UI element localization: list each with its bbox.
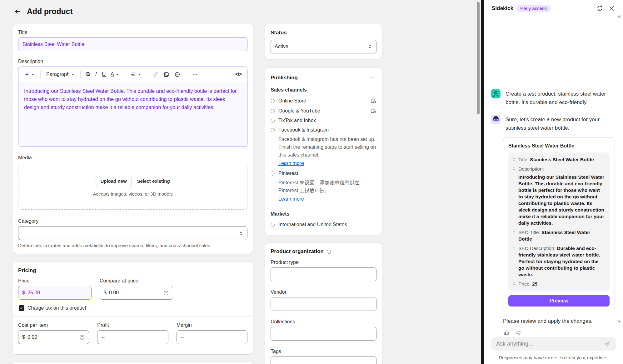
item-label: SEO Description: bbox=[518, 246, 556, 251]
market-name: International and United States bbox=[278, 222, 376, 227]
vendor-input[interactable] bbox=[271, 297, 376, 311]
chevron-down-icon bbox=[137, 72, 141, 76]
vendor-group: Vendor bbox=[271, 289, 376, 311]
panel-resize-divider[interactable] bbox=[481, 0, 484, 364]
panel-scroll-down-arrow[interactable] bbox=[617, 321, 621, 323]
cost-field-group: Cost per item $ 0.00 bbox=[18, 322, 89, 344]
learn-more-link[interactable]: Learn more bbox=[278, 196, 304, 202]
product-type-group: Product type bbox=[271, 260, 376, 281]
thumbs-down-button[interactable] bbox=[515, 329, 523, 337]
compare-at-input[interactable]: $ 0.00 bbox=[100, 286, 173, 300]
send-icon bbox=[604, 341, 611, 347]
left-column: Title Description bbox=[12, 24, 253, 364]
chat-messages: Create a test product: stainless steel w… bbox=[489, 89, 616, 132]
profit-value: -- bbox=[101, 334, 105, 340]
magic-write-button[interactable] bbox=[22, 70, 37, 79]
help-question-icon[interactable] bbox=[163, 290, 169, 296]
underline-button[interactable]: U bbox=[100, 69, 107, 79]
vendor-label: Vendor bbox=[271, 289, 376, 295]
help-question-icon[interactable] bbox=[79, 334, 85, 340]
link-button[interactable] bbox=[151, 70, 160, 79]
profit-input[interactable]: -- bbox=[97, 330, 168, 344]
show-html-button[interactable]: </> bbox=[233, 70, 243, 79]
category-select[interactable] bbox=[18, 226, 247, 240]
alignment-button[interactable] bbox=[129, 70, 143, 79]
description-label: Description bbox=[18, 59, 247, 64]
compare-at-label: Compare-at price bbox=[100, 278, 173, 284]
product-organization-card: Product organization Product type Vendor… bbox=[265, 243, 382, 364]
currency-prefix: $ bbox=[22, 290, 25, 296]
bullet-circle-icon bbox=[513, 231, 515, 233]
schedule-calendar-icon[interactable] bbox=[370, 108, 376, 114]
info-icon[interactable] bbox=[326, 249, 331, 254]
charge-tax-checkbox[interactable]: ✓ bbox=[19, 305, 24, 311]
channel-name: Pinterest bbox=[278, 171, 376, 176]
bold-button[interactable]: B bbox=[84, 69, 92, 79]
margin-field-group: Margin -- bbox=[177, 322, 247, 344]
status-select-value: Active bbox=[275, 44, 288, 49]
market-row: International and United States bbox=[271, 220, 376, 229]
pricing-divider bbox=[12, 317, 253, 317]
chat-composer bbox=[491, 337, 616, 351]
more-options-button[interactable] bbox=[190, 69, 200, 79]
early-access-badge: Early access bbox=[516, 5, 551, 12]
preview-button[interactable]: Preview bbox=[508, 295, 610, 307]
select-existing-button[interactable]: Select existing bbox=[137, 178, 170, 184]
item-label: Price: bbox=[518, 281, 531, 287]
sales-channels-label: Sales channels bbox=[271, 87, 376, 93]
chevron-down-icon bbox=[31, 72, 35, 76]
category-hint: Determines tax rates and adds metafields… bbox=[18, 243, 247, 248]
panel-scroll-up-arrow[interactable] bbox=[617, 15, 621, 17]
status-select[interactable]: Active bbox=[271, 40, 376, 53]
profit-field-group: Profit -- bbox=[97, 322, 168, 344]
cost-input[interactable]: $ 0.00 bbox=[18, 330, 89, 344]
media-dropzone[interactable]: Upload new Select existing Accepts image… bbox=[18, 163, 247, 210]
learn-more-link[interactable]: Learn more bbox=[278, 161, 304, 166]
main-scrollbar-thumb[interactable] bbox=[477, 2, 480, 114]
italic-button[interactable]: I bbox=[93, 69, 99, 80]
insert-image-button[interactable] bbox=[162, 70, 171, 79]
cost-value: 0.00 bbox=[27, 334, 37, 340]
schedule-calendar-icon[interactable] bbox=[370, 98, 376, 104]
preview-item-seo-description: SEO Description: Durable and eco-friendl… bbox=[513, 245, 605, 278]
chat-input[interactable] bbox=[496, 341, 599, 347]
thumbs-up-button[interactable] bbox=[502, 329, 511, 337]
price-input[interactable]: $ 25.00 bbox=[18, 286, 92, 300]
collections-input[interactable] bbox=[271, 327, 376, 341]
publishing-menu-button[interactable] bbox=[368, 73, 376, 82]
charge-tax-label: Charge tax on this product bbox=[27, 305, 86, 311]
tags-group: Tags bbox=[271, 349, 376, 364]
sales-channel-row: TikTok and Inbox bbox=[271, 116, 376, 125]
channel-note: Facebook & Instagram has not been set up… bbox=[278, 135, 376, 159]
back-arrow-icon bbox=[14, 8, 21, 15]
item-value: Introducing our Stainless Steel Water Bo… bbox=[518, 174, 605, 226]
description-input[interactable]: Introducing our Stainless Steel Water Bo… bbox=[18, 82, 247, 147]
back-button[interactable] bbox=[13, 7, 22, 16]
user-message-text: Create a test product: stainless steel w… bbox=[506, 89, 616, 107]
sales-channel-row: Online Store bbox=[271, 96, 376, 106]
bullet-circle-icon bbox=[513, 282, 515, 285]
refresh-icon bbox=[596, 5, 603, 12]
tags-input[interactable] bbox=[271, 357, 376, 364]
paragraph-style-dropdown[interactable]: Paragraph bbox=[44, 70, 77, 79]
form-columns: Title Description bbox=[12, 24, 481, 364]
channel-circle-icon bbox=[271, 172, 275, 176]
paragraph-style-label: Paragraph bbox=[46, 72, 70, 77]
product-details-card: Title Description bbox=[12, 24, 253, 254]
close-icon bbox=[609, 5, 615, 12]
upload-new-button[interactable]: Upload new bbox=[96, 176, 131, 186]
text-color-button[interactable]: A bbox=[109, 70, 121, 79]
assistant-message: Sure, let's create a new product for you… bbox=[491, 115, 616, 132]
title-input[interactable] bbox=[18, 37, 247, 51]
price-value: 25.00 bbox=[27, 290, 40, 296]
product-type-input[interactable] bbox=[271, 267, 376, 281]
preview-item-description: Description: Introducing our Stainless S… bbox=[513, 166, 605, 226]
insert-video-button[interactable] bbox=[172, 70, 182, 79]
send-button[interactable] bbox=[602, 339, 612, 349]
margin-input[interactable]: -- bbox=[177, 330, 247, 344]
channel-circle-icon bbox=[271, 119, 275, 123]
refresh-conversation-button[interactable] bbox=[595, 4, 604, 13]
channel-name: Facebook & Instagram bbox=[278, 127, 376, 133]
close-panel-button[interactable] bbox=[607, 4, 616, 13]
channel-note: Pinterest 未设置。添加账单信息以在 Pinterest 上投放广告。 bbox=[278, 179, 376, 194]
